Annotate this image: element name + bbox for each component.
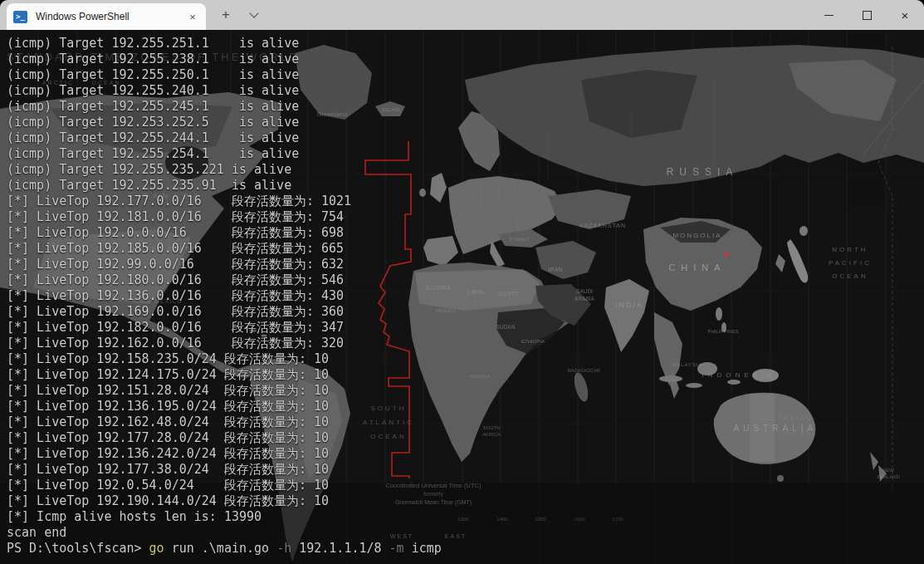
terminal-line: (icmp) Target 192.255.235.91 is alive xyxy=(7,178,924,194)
terminal-line: (icmp) Target 192.255.235.221 is alive xyxy=(7,162,924,178)
terminal-line: [*] LiveTop 192.158.235.0/24 段存活数量为: 10 xyxy=(7,351,924,367)
terminal-line: (icmp) Target 192.255.244.1 is alive xyxy=(7,130,924,146)
terminal-line: (icmp) Target 192.255.254.1 is alive xyxy=(7,146,924,162)
terminal-line: [*] LiveTop 192.136.195.0/24 段存活数量为: 10 xyxy=(7,399,924,414)
terminal-line: [*] LiveTop 192.185.0.0/16 段存活数量为: 665 xyxy=(7,241,924,257)
tab-close-icon[interactable]: × xyxy=(186,10,199,23)
terminal-line: [*] LiveTop 192.177.38.0/24 段存活数量为: 10 xyxy=(7,462,924,478)
terminal-line: [*] LiveTop 192.136.242.0/24 段存活数量为: 10 xyxy=(7,446,924,462)
tab-dropdown-button[interactable] xyxy=(244,5,264,25)
terminal-line: [*] Icmp alive hosts len is: 13990 xyxy=(7,509,924,525)
terminal-line: [*] LiveTop 192.99.0.0/16 段存活数量为: 632 xyxy=(7,257,924,272)
maximize-button[interactable] xyxy=(848,0,886,30)
terminal-line: [*] LiveTop 192.151.28.0/24 段存活数量为: 10 xyxy=(7,383,924,399)
terminal-line: [*] LiveTop 192.0.0.0/16 段存活数量为: 698 xyxy=(7,225,924,241)
terminal-line: [*] LiveTop 192.181.0.0/16 段存活数量为: 754 xyxy=(7,209,924,225)
titlebar[interactable]: >_ Windows PowerShell × + × xyxy=(0,0,924,30)
powershell-icon: >_ xyxy=(13,11,27,23)
terminal-line: [*] LiveTop 192.177.0.0/16 段存活数量为: 1021 xyxy=(7,194,924,209)
terminal-line: [*] LiveTop 192.190.144.0/24 段存活数量为: 10 xyxy=(7,493,924,509)
terminal-line: [*] LiveTop 192.162.48.0/24 段存活数量为: 10 xyxy=(7,414,924,430)
terminal-line: scan end xyxy=(7,525,924,541)
tab-title: Windows PowerShell xyxy=(36,11,186,22)
terminal-line: (icmp) Target 192.255.251.1 is alive xyxy=(7,36,924,51)
terminal-line: (icmp) Target 192.255.240.1 is alive xyxy=(7,83,924,99)
terminal-line: [*] LiveTop 192.169.0.0/16 段存活数量为: 360 xyxy=(7,304,924,320)
terminal-line: (icmp) Target 192.255.250.1 is alive xyxy=(7,67,924,83)
terminal-window: >_ Windows PowerShell × + × xyxy=(0,0,924,564)
terminal-line: [*] LiveTop 192.136.0.0/16 段存活数量为: 430 xyxy=(7,288,924,304)
terminal-line: [*] LiveTop 192.0.54.0/24 段存活数量为: 10 xyxy=(7,478,924,493)
terminal-output: (icmp) Target 192.255.251.1 is alive(icm… xyxy=(7,36,924,564)
terminal-line: [*] LiveTop 192.177.28.0/24 段存活数量为: 10 xyxy=(7,430,924,446)
terminal-line: [*] LiveTop 192.180.0.0/16 段存活数量为: 546 xyxy=(7,272,924,288)
chevron-down-icon xyxy=(249,8,258,17)
close-icon: × xyxy=(902,9,909,22)
terminal-line: [*] LiveTop 192.162.0.0/16 段存活数量为: 320 xyxy=(7,336,924,351)
new-tab-button[interactable]: + xyxy=(216,5,236,25)
close-button[interactable]: × xyxy=(886,0,924,30)
minimize-icon xyxy=(824,15,834,16)
terminal-viewport[interactable]: STANDARD TIME ZONES OF THE WORLDARCTICOC… xyxy=(0,30,924,564)
minimize-button[interactable] xyxy=(809,0,848,30)
terminal-line: PS D:\tools\fscan> go run .\main.go -h 1… xyxy=(7,541,924,557)
tab-windows-powershell[interactable]: >_ Windows PowerShell × xyxy=(7,3,206,30)
terminal-line: (icmp) Target 192.255.238.1 is alive xyxy=(7,51,924,67)
maximize-icon xyxy=(863,11,872,20)
terminal-line: (icmp) Target 192.255.245.1 is alive xyxy=(7,99,924,115)
terminal-line: [*] LiveTop 192.182.0.0/16 段存活数量为: 347 xyxy=(7,320,924,336)
terminal-line: [*] LiveTop 192.124.175.0/24 段存活数量为: 10 xyxy=(7,367,924,383)
terminal-line: (icmp) Target 192.253.252.5 is alive xyxy=(7,115,924,130)
